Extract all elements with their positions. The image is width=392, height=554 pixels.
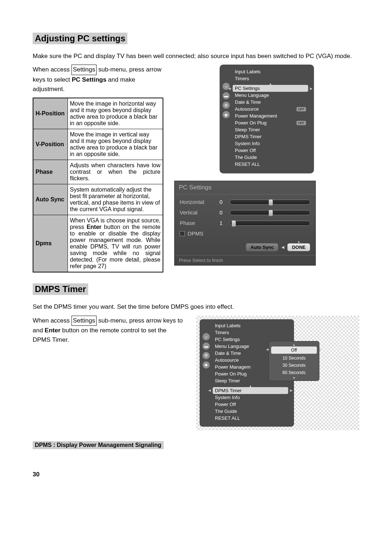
table-desc: System automatically adjust the best fit… bbox=[68, 184, 163, 215]
menu-item-label: Sleep Timer bbox=[235, 127, 260, 132]
slider-thumb[interactable] bbox=[232, 220, 236, 227]
menu-item-label: PC Settings bbox=[235, 86, 260, 91]
menu-item[interactable]: RESET ALL bbox=[213, 415, 288, 422]
menu-item-label: Date & Time bbox=[215, 350, 241, 356]
dropdown-option[interactable]: Off bbox=[271, 346, 317, 354]
done-label: DONE bbox=[292, 245, 306, 250]
dpms-timer-dropdown[interactable]: ▲ Off10 Seconds30 Seconds60 Seconds ▼ bbox=[269, 341, 319, 381]
pc-slider-row: Phase1 bbox=[180, 220, 310, 226]
table-desc: When VGA is choose input source, press E… bbox=[68, 215, 163, 272]
menu-item[interactable]: PC Settings bbox=[233, 85, 308, 92]
camera-icon: ◉ bbox=[203, 361, 210, 369]
menu-item[interactable]: Power On PlugOFF bbox=[233, 119, 308, 126]
menu-item[interactable]: Power Management bbox=[233, 112, 308, 119]
menu-item[interactable]: The Guide bbox=[213, 408, 288, 415]
table-term: V-Position bbox=[33, 129, 68, 160]
pc-dialog-title: PC Settings bbox=[175, 181, 315, 194]
menu-item-label: The Guide bbox=[235, 155, 257, 160]
slider-label: Phase bbox=[180, 220, 212, 226]
settings-boxed: Settings bbox=[72, 316, 97, 326]
dropdown-option[interactable]: 30 Seconds bbox=[269, 362, 319, 369]
menu-item[interactable]: Power Off bbox=[213, 401, 288, 408]
chevron-up-icon: ▲ bbox=[213, 384, 288, 387]
setup-icon: ⚙ bbox=[222, 102, 230, 109]
slider-track[interactable] bbox=[230, 210, 310, 215]
menu-item[interactable]: System Info bbox=[233, 140, 308, 147]
chevron-up-icon: ▲ bbox=[297, 240, 301, 243]
menu-item[interactable]: RESET ALL bbox=[233, 161, 308, 168]
slider-thumb[interactable] bbox=[269, 210, 273, 216]
dropdown-option[interactable]: 10 Seconds bbox=[269, 354, 319, 362]
section2-intro: Set the DPMS timer you want. Set the tim… bbox=[33, 302, 359, 312]
menu-item-label: Sleep Timer bbox=[215, 378, 240, 383]
section1-access: When access Settings sub-menu, press arr… bbox=[33, 65, 163, 94]
dpms-label: DPMS bbox=[188, 230, 203, 237]
chevron-down-icon: ▼ bbox=[269, 376, 319, 379]
dropdown-option[interactable]: 60 Seconds bbox=[269, 369, 319, 376]
dpms-checkbox[interactable] bbox=[180, 231, 185, 236]
slider-label: Vertical bbox=[180, 209, 212, 216]
text: When access bbox=[33, 317, 72, 324]
menu-item[interactable]: Menu Language bbox=[233, 92, 308, 99]
menu-item[interactable]: Timers bbox=[213, 329, 288, 336]
tv-settings-menu: ☼ ▬ ⚙ ◉ Input LabelsTimers▲PC SettingsMe… bbox=[220, 65, 314, 173]
section1-title: Adjusting PC settings bbox=[33, 33, 127, 44]
chevron-up-icon: ▲ bbox=[233, 82, 308, 85]
menu-item[interactable]: AutosourceOFF bbox=[233, 106, 308, 112]
menu-item-label: Autosource bbox=[215, 357, 239, 363]
dpms-footnote: DPMS : Display Power Management Signalin… bbox=[33, 441, 164, 449]
camera-icon: ◉ bbox=[222, 111, 230, 118]
section2-access: When access Settings sub-menu, press arr… bbox=[33, 316, 185, 345]
table-term: H-Position bbox=[33, 98, 68, 129]
section2-title: DMPS Timer bbox=[33, 283, 88, 295]
menu-item[interactable]: The Guide bbox=[233, 154, 308, 161]
menu-item[interactable]: Power Off bbox=[233, 147, 308, 154]
bold-pc-settings: PC Settings bbox=[72, 76, 106, 83]
slider-track[interactable] bbox=[230, 221, 310, 226]
chevron-left-icon: ◀ bbox=[281, 245, 284, 250]
menu-item-label: Power Managem bbox=[215, 364, 250, 370]
menu-item-label: Power On Plug bbox=[235, 120, 266, 126]
picture-icon: ☼ bbox=[203, 333, 210, 340]
chevron-up-icon: ▲ bbox=[269, 343, 319, 346]
pc-settings-table: H-PositionMove the image in horizontal w… bbox=[33, 98, 163, 272]
menu-item[interactable]: Date & Time bbox=[233, 99, 308, 106]
menu-item-label: The Guide bbox=[215, 409, 237, 414]
menu-item[interactable]: DPMS Timer bbox=[233, 133, 308, 140]
menu-item[interactable]: Input Labels bbox=[213, 322, 288, 329]
page-number: 30 bbox=[33, 471, 359, 478]
pc-dialog-footer: Press Select to finish bbox=[175, 255, 315, 265]
slider-thumb[interactable] bbox=[269, 199, 273, 206]
done-button[interactable]: ▲ DONE bbox=[287, 243, 310, 251]
menu-item-label: PC Settings bbox=[215, 337, 240, 342]
slider-track[interactable] bbox=[230, 200, 310, 205]
menu-item-label: Power On Plug bbox=[215, 371, 246, 377]
menu-item-label: Power Off bbox=[215, 402, 236, 407]
table-term: Phase bbox=[33, 160, 68, 184]
pc-slider-row: Vertical0 bbox=[180, 209, 310, 216]
menu-item[interactable]: System Info bbox=[213, 394, 288, 401]
auto-sync-button[interactable]: Auto Sync bbox=[246, 243, 278, 251]
pc-settings-dialog: PC Settings Horizontal0Vertical0Phase1DP… bbox=[174, 181, 316, 266]
audio-icon: ▬ bbox=[203, 342, 210, 350]
section1-intro: Make sure the PC and display TV has been… bbox=[33, 52, 359, 61]
menu-item-label: Power Management bbox=[235, 113, 277, 119]
slider-value: 0 bbox=[217, 209, 225, 216]
menu-item-label: Timers bbox=[215, 330, 229, 335]
dpms-timer-screenshot: ☼ ▬ ⚙ ◉ Input LabelsTimersPC SettingsMen… bbox=[196, 316, 359, 430]
menu-item[interactable]: Sleep Timer bbox=[233, 126, 308, 133]
settings-boxed: Settings bbox=[72, 65, 97, 75]
menu-item[interactable]: DPMS Timer bbox=[213, 387, 288, 394]
menu-item-label: Menu Language bbox=[235, 93, 269, 98]
menu-item[interactable]: Timers bbox=[233, 75, 308, 82]
menu-item-label: System Info bbox=[215, 395, 240, 400]
menu-item-label: DPMS Timer bbox=[215, 388, 242, 393]
table-term: Auto Sync bbox=[33, 184, 68, 215]
setup-icon: ⚙ bbox=[203, 352, 210, 359]
menu-item-label: RESET ALL bbox=[235, 161, 260, 167]
menu-item-label: Input Labels bbox=[215, 323, 241, 328]
bold-enter: Enter bbox=[45, 327, 60, 334]
table-desc: Move the image in horizontal way and it … bbox=[68, 98, 163, 129]
off-badge: OFF bbox=[297, 107, 306, 111]
menu-item[interactable]: Input Labels bbox=[233, 68, 308, 75]
